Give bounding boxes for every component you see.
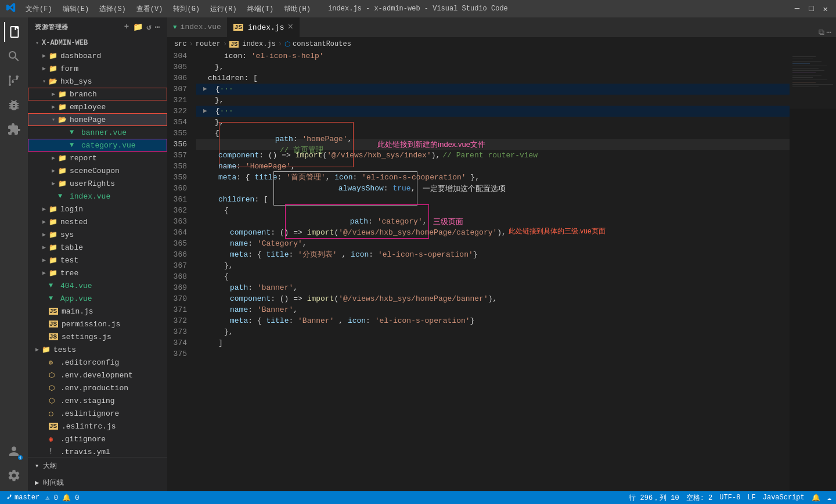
close-button[interactable]: ✕ [821, 4, 830, 14]
sidebar-item-travis-yml[interactable]: ! .travis.yml [28, 445, 167, 457]
tree-root[interactable]: ▾ X-ADMIN-WEB [28, 37, 167, 49]
sidebar-item-sys[interactable]: ▶ 📁 sys [28, 228, 167, 241]
sidebar-item-category-vue[interactable]: ▼ category.vue [28, 139, 167, 152]
main-layout: 1 资源管理器 + 📁 ↺ ⋯ ▾ X-ADMIN-WEB [0, 17, 836, 491]
activity-extensions[interactable] [4, 120, 24, 139]
sidebar-item-env-staging[interactable]: ⬡ .env.staging [28, 394, 167, 407]
menu-run[interactable]: 运行(R) [206, 3, 242, 15]
cursor-position[interactable]: 行 296，列 10 [629, 493, 679, 503]
menu-terminal[interactable]: 终端(T) [243, 3, 279, 15]
breadcrumb-src[interactable]: src [174, 40, 187, 48]
sidebar-item-banner-vue[interactable]: ▼ banner.vue [28, 126, 167, 139]
code-line-321: }, [196, 95, 790, 106]
env-prod-icon: ⬡ [49, 384, 58, 393]
sidebar-item-eslintignore[interactable]: ◯ .eslintignore [28, 407, 167, 420]
sidebar-item-main-js[interactable]: JS main.js [28, 305, 167, 318]
sceneCoupon-arrow: ▶ [49, 167, 58, 174]
menu-goto[interactable]: 转到(G) [168, 3, 204, 15]
sidebar-item-hxb_sys[interactable]: ▾ 📂 hxb_sys [28, 75, 167, 88]
form-arrow: ▶ [39, 65, 49, 72]
hxb-index-vue-icon: ▼ [58, 192, 67, 200]
sidebar-item-branch[interactable]: ▶ 📁 branch [28, 88, 167, 100]
remote-icon[interactable]: ☁ [827, 494, 831, 502]
encoding[interactable]: UTF-8 [719, 494, 740, 502]
git-branch-icon[interactable]: master [5, 494, 39, 502]
spaces[interactable]: 空格: 2 [686, 493, 713, 503]
menu-bar[interactable]: 文件(F) 编辑(E) 选择(S) 查看(V) 转到(G) 运行(R) 终端(T… [21, 3, 315, 15]
sidebar-item-login[interactable]: ▶ 📁 login [28, 203, 167, 215]
more-tabs-icon[interactable]: ⋯ [827, 27, 831, 37]
tab-actions: ⧉ ⋯ [300, 27, 836, 37]
sidebar-item-settings-js[interactable]: JS settings.js [28, 330, 167, 343]
sidebar-item-gitignore[interactable]: ◉ .gitignore [28, 433, 167, 445]
eol[interactable]: LF [747, 494, 755, 502]
sidebar-item-sceneCoupon[interactable]: ▶ 📁 sceneCoupon [28, 164, 167, 177]
breadcrumb-file[interactable]: index.js [242, 40, 276, 48]
menu-edit[interactable]: 编辑(E) [58, 3, 94, 15]
activity-explorer[interactable] [4, 22, 24, 42]
sidebar-item-hxb-index-vue[interactable]: ▼ index.vue [28, 190, 167, 203]
svg-rect-0 [790, 51, 836, 491]
activity-debug[interactable] [4, 95, 24, 115]
sidebar-item-permission-js[interactable]: JS permission.js [28, 318, 167, 330]
tab-index-vue-label: index.vue [181, 23, 221, 31]
tab-index-js[interactable]: JS index.js × [228, 17, 300, 37]
sidebar-item-userRights[interactable]: ▶ 📁 userRights [28, 177, 167, 190]
status-errors[interactable]: ⚠ 0 🔔 0 [45, 494, 79, 502]
split-editor-icon[interactable]: ⧉ [819, 28, 824, 37]
gitignore-label: .gitignore [60, 435, 106, 444]
annotation-3: 三级页面 [433, 216, 463, 227]
tab-index-vue[interactable]: ▼ index.vue [167, 17, 228, 37]
dashboard-arrow: ▶ [39, 52, 49, 59]
window-title: index.js - x-admin-web - Visual Studio C… [328, 5, 508, 13]
new-file-icon[interactable]: + [124, 22, 129, 32]
ln-357: 357 [167, 150, 192, 161]
sidebar-item-nested[interactable]: ▶ 📁 nested [28, 215, 167, 228]
tab-close-button[interactable]: × [287, 22, 293, 33]
breadcrumb-constant-routes[interactable]: constantRoutes [293, 40, 351, 48]
maximize-button[interactable]: □ [806, 4, 816, 14]
menu-file[interactable]: 文件(F) [21, 3, 57, 15]
sidebar-item-App-vue[interactable]: ▼ App.vue [28, 292, 167, 305]
timeline-section: ▶ 时间线 [28, 474, 167, 491]
activity-settings[interactable] [4, 466, 24, 485]
menu-help[interactable]: 帮助(H) [279, 3, 315, 15]
env-dev-icon: ⬡ [49, 371, 58, 380]
sidebar-item-report[interactable]: ▶ 📁 report [28, 152, 167, 164]
sidebar-item-env-dev[interactable]: ⬡ .env.development [28, 369, 167, 381]
language-mode[interactable]: JavaScript [763, 494, 805, 502]
sceneCoupon-label: sceneCoupon [70, 167, 120, 175]
sidebar-item-employee[interactable]: ▶ 📁 employee [28, 100, 167, 113]
collapse-icon[interactable]: ⋯ [155, 22, 160, 32]
refresh-icon[interactable]: ↺ [146, 22, 152, 32]
code-line-363: path: 'category', 三级页面 [196, 216, 790, 227]
new-folder-icon[interactable]: 📁 [133, 22, 143, 32]
sidebar-item-table[interactable]: ▶ 📁 table [28, 241, 167, 254]
ln-304: 304 [167, 51, 192, 62]
sidebar-item-eslintrc-js[interactable]: JS .eslintrc.js [28, 420, 167, 433]
activity-source-control[interactable] [4, 71, 24, 91]
sidebar-item-dashboard[interactable]: ▶ 📁 dashboard [28, 49, 167, 62]
window-controls[interactable]: ─ □ ✕ [792, 4, 830, 14]
code-area[interactable]: icon: 'el-icon-s-help' }, children: [ ▶ … [196, 51, 790, 491]
sidebar-item-env-prod[interactable]: ⬡ .env.production [28, 381, 167, 394]
sidebar-item-form[interactable]: ▶ 📁 form [28, 62, 167, 75]
table-label: table [60, 243, 83, 252]
sidebar-item-404-vue[interactable]: ▼ 404.vue [28, 279, 167, 292]
root-arrow: ▾ [33, 39, 42, 46]
menu-view[interactable]: 查看(V) [132, 3, 168, 15]
sidebar-item-tests[interactable]: ▶ 📁 tests [28, 343, 167, 356]
sidebar-header-icons[interactable]: + 📁 ↺ ⋯ [124, 22, 160, 32]
sidebar-item-test[interactable]: ▶ 📁 test [28, 254, 167, 267]
ln-358: 358 [167, 161, 192, 172]
minimize-button[interactable]: ─ [792, 4, 802, 14]
sidebar-item-tree[interactable]: ▶ 📁 tree [28, 267, 167, 279]
sidebar-item-homePage[interactable]: ▾ 📂 homePage [28, 113, 167, 126]
menu-select[interactable]: 选择(S) [95, 3, 131, 15]
activity-account[interactable]: 1 [4, 441, 24, 461]
sidebar-item-editorconfig[interactable]: ⚙ .editorconfig [28, 356, 167, 369]
breadcrumb-router[interactable]: router [196, 40, 221, 48]
feedback-icon[interactable]: 🔔 [812, 494, 820, 502]
activity-search[interactable] [4, 46, 24, 66]
tabs-bar: ▼ index.vue JS index.js × ⧉ ⋯ [167, 17, 836, 38]
